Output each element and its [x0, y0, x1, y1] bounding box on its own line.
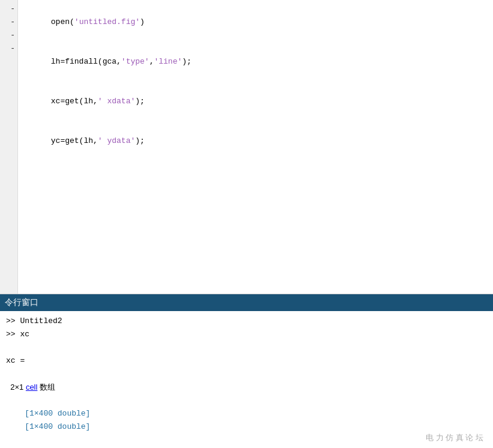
line-numbers: - - - -	[0, 0, 18, 294]
line-number-2: -	[10, 16, 15, 29]
cmd-prompt-symbol: >>	[6, 316, 20, 325]
string-span: ' ydata'	[98, 136, 135, 145]
cmd-line-5	[6, 368, 487, 381]
string-span: 'line'	[154, 57, 182, 66]
cmd-header-title: 令行窗口	[5, 297, 38, 308]
cmd-line-9: [1×400 double]	[6, 420, 487, 434]
code-span: yc=get(lh,	[51, 136, 98, 145]
cmd-line-6: 2×1 cell 数组	[6, 381, 487, 394]
code-span: )	[140, 17, 145, 26]
cmd-line-2: >> xc	[6, 328, 487, 341]
cmd-array-item-2: [1×400 double]	[6, 422, 90, 431]
code-span: open(	[51, 17, 74, 26]
line-number-3: -	[10, 29, 15, 42]
cmd-line-8: [1×400 double]	[6, 407, 487, 420]
line-number-4: -	[10, 42, 15, 55]
cmd-desc-suffix: 数组	[37, 383, 55, 392]
code-span: );	[135, 97, 145, 106]
cmd-prompt-symbol-2: >>	[6, 330, 20, 339]
string-span: 'type'	[121, 57, 150, 66]
code-span: );	[182, 57, 192, 66]
cmd-line-1: >> Untitled2	[6, 315, 487, 328]
line-number-1: -	[10, 2, 15, 16]
cmd-text-2: xc	[20, 330, 29, 339]
code-line-1: open('untitled.fig')	[23, 2, 488, 42]
cmd-desc-prefix: 2×1	[6, 383, 26, 392]
code-empty-space	[23, 161, 488, 294]
code-span: );	[135, 136, 145, 145]
cmd-output-area[interactable]: >> Untitled2 >> xc xc = 2×1 cell 数组 [1×4…	[0, 311, 493, 448]
cmd-array-item-1: [1×400 double]	[6, 409, 90, 418]
code-line-3: xc=get(lh,' xdata');	[23, 82, 488, 121]
cmd-line-4: xc =	[6, 354, 487, 368]
code-span: xc=get(lh,	[51, 97, 98, 106]
code-content[interactable]: open('untitled.fig') lh=findall(gca,'typ…	[18, 0, 493, 294]
cmd-cell-link[interactable]: cell	[26, 383, 38, 392]
code-line-2: lh=findall(gca,'type','line');	[23, 42, 488, 82]
code-line-4: yc=get(lh,' ydata');	[23, 121, 488, 161]
code-span: lh=findall(gca,	[51, 57, 121, 66]
string-span: 'untitled.fig'	[74, 17, 140, 26]
cmd-line-3	[6, 341, 487, 354]
cmd-var-label: xc =	[6, 356, 25, 365]
cmd-window-header: 令行窗口	[0, 294, 493, 311]
code-editor[interactable]: - - - - open('untitled.fig') lh=findall(…	[0, 0, 493, 294]
cmd-line-7	[6, 394, 487, 407]
watermark: 电 力 仿 真 论 坛	[426, 432, 483, 443]
cmd-text-1: Untitled2	[20, 316, 62, 325]
string-span: ' xdata'	[98, 97, 135, 106]
